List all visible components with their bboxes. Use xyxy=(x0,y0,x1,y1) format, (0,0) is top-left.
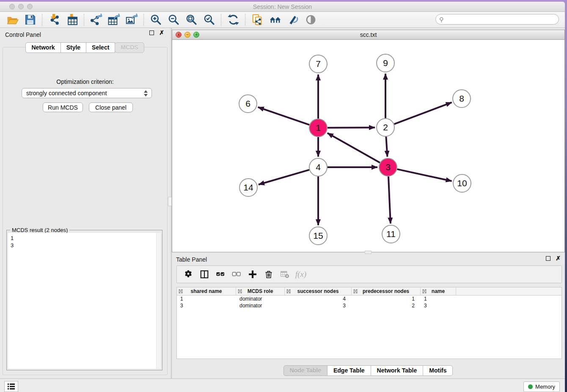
tab-network-table[interactable]: Network Table xyxy=(371,365,424,376)
export-image-button[interactable] xyxy=(123,13,140,27)
window-titlebar[interactable]: Session: New Session xyxy=(0,2,565,12)
search-field[interactable]: ⚲ xyxy=(435,14,559,25)
select-all-button[interactable] xyxy=(212,268,228,281)
result-scrollbar[interactable] xyxy=(156,233,161,369)
table-cell: 2 xyxy=(352,302,421,309)
zoom-in-button[interactable] xyxy=(147,13,165,27)
node-8[interactable]: 8 xyxy=(453,90,471,108)
duplicate-network-icon xyxy=(251,14,264,26)
edge-2-3[interactable] xyxy=(386,137,387,157)
node-6[interactable]: 6 xyxy=(239,95,257,113)
optimization-dropdown[interactable]: strongly connected component xyxy=(22,88,152,98)
style-paint-icon xyxy=(287,14,299,26)
add-row-button[interactable] xyxy=(245,268,261,281)
node-3[interactable]: 3 xyxy=(379,158,397,176)
network-window-titlebar[interactable]: x − + scc.txt xyxy=(172,30,564,40)
tab-edge-table[interactable]: Edge Table xyxy=(327,365,371,376)
node-11[interactable]: 11 xyxy=(382,225,400,243)
show-columns-button[interactable] xyxy=(196,268,212,281)
vertical-splitter-handle[interactable] xyxy=(168,197,172,206)
tab-motifs[interactable]: Motifs xyxy=(423,365,453,376)
horizontal-splitter-handle[interactable] xyxy=(365,251,372,254)
memory-button[interactable]: Memory xyxy=(523,381,560,392)
column-header-MCDS-role[interactable]: MCDS role xyxy=(236,287,285,295)
node-9[interactable]: 9 xyxy=(377,54,394,72)
table-cell: 4 xyxy=(285,295,352,302)
node-14[interactable]: 14 xyxy=(239,179,257,196)
sort-icon xyxy=(422,289,427,294)
tab-mcds[interactable]: MCDS xyxy=(115,42,144,53)
zoom-fit-button[interactable] xyxy=(182,13,200,27)
open-file-button[interactable] xyxy=(3,13,21,27)
network-graph-canvas[interactable]: 7 9 6 8 1 2 4 3 14 10 15 11 xyxy=(172,40,564,252)
float-table-panel-icon[interactable] xyxy=(546,256,550,261)
task-history-button[interactable] xyxy=(4,381,18,392)
import-table-button[interactable] xyxy=(63,13,81,27)
edge-3-1[interactable] xyxy=(328,133,380,163)
delete-table-button[interactable] xyxy=(277,268,293,281)
delete-row-button[interactable] xyxy=(261,268,277,281)
node-15[interactable]: 15 xyxy=(309,227,327,245)
show-columns-icon xyxy=(200,270,209,279)
tab-network[interactable]: Network xyxy=(25,42,61,53)
tab-node-table[interactable]: Node Table xyxy=(284,365,328,376)
mcds-tab-content: Optimization criterion: strongly connect… xyxy=(3,47,168,375)
table-header-row[interactable]: shared nameMCDS rolesuccessor nodesprede… xyxy=(177,287,561,295)
deselect-all-button[interactable] xyxy=(228,268,245,281)
zoom-fit-icon xyxy=(185,14,198,26)
close-panel-button[interactable]: Close panel xyxy=(89,102,133,112)
column-header-name[interactable]: name xyxy=(421,287,456,295)
edge-1-2[interactable] xyxy=(328,127,375,128)
show-hide-button[interactable] xyxy=(302,13,319,27)
node-10[interactable]: 10 xyxy=(453,174,471,192)
mcds-result-textarea[interactable]: 1 3 xyxy=(8,233,161,369)
show-hide-icon xyxy=(305,14,317,26)
zoom-out-button[interactable] xyxy=(165,13,182,27)
add-row-icon xyxy=(248,270,257,279)
table-options-gear-button[interactable] xyxy=(180,268,196,281)
close-table-panel-icon[interactable]: ✗ xyxy=(556,256,561,261)
edge-3-10[interactable] xyxy=(397,169,451,181)
zoom-selected-icon xyxy=(203,14,215,26)
toolbar-separator xyxy=(143,14,144,26)
refresh-layout-button[interactable] xyxy=(224,13,242,27)
column-header-successor-nodes[interactable]: successor nodes xyxy=(285,287,352,295)
edge-2-8[interactable] xyxy=(394,102,452,124)
export-table-button[interactable] xyxy=(105,13,123,27)
table-cell: 3 xyxy=(421,302,456,309)
search-input[interactable] xyxy=(443,15,559,24)
column-header-predecessor-nodes[interactable]: predecessor nodes xyxy=(352,287,421,295)
edge-4-14[interactable] xyxy=(259,170,309,185)
node-1[interactable]: 1 xyxy=(309,119,327,137)
node-2[interactable]: 2 xyxy=(377,119,394,136)
main-toolbar: ⚲ xyxy=(0,12,565,28)
import-network-button[interactable] xyxy=(45,13,63,27)
dropdown-stepper-icon xyxy=(143,90,148,97)
table-body[interactable]: 1dominator4113dominator323 xyxy=(177,295,561,309)
screen: Session: New Session ⚲ Control Panel ✗ N… xyxy=(0,0,567,392)
column-header-shared-name[interactable]: shared name xyxy=(177,287,236,295)
run-mcds-button[interactable]: Run MCDS xyxy=(43,102,83,112)
export-network-button[interactable] xyxy=(87,13,105,27)
network-overview-button[interactable] xyxy=(266,13,284,27)
tab-select[interactable]: Select xyxy=(86,42,115,53)
style-paint-button[interactable] xyxy=(284,13,302,27)
node-7[interactable]: 7 xyxy=(309,55,327,73)
table-row[interactable]: 1dominator411 xyxy=(177,295,561,302)
node-4[interactable]: 4 xyxy=(309,158,327,176)
table-panel-tabs: Node TableEdge TableNetwork TableMotifs xyxy=(172,365,565,376)
duplicate-network-button[interactable] xyxy=(248,13,266,27)
edge-3-11[interactable] xyxy=(388,177,391,224)
edge-1-6[interactable] xyxy=(258,107,310,125)
network-window-title: scc.txt xyxy=(172,31,564,38)
tab-style[interactable]: Style xyxy=(61,42,86,53)
zoom-selected-button[interactable] xyxy=(200,13,218,27)
deselect-all-icon xyxy=(232,270,241,279)
close-panel-icon[interactable]: ✗ xyxy=(159,30,164,35)
svg-text:14: 14 xyxy=(243,182,253,192)
sort-icon xyxy=(353,289,358,294)
float-panel-icon[interactable] xyxy=(149,30,154,35)
save-session-button[interactable] xyxy=(21,13,39,27)
function-builder-button[interactable]: f(x) xyxy=(293,268,309,281)
table-row[interactable]: 3dominator323 xyxy=(177,302,561,309)
